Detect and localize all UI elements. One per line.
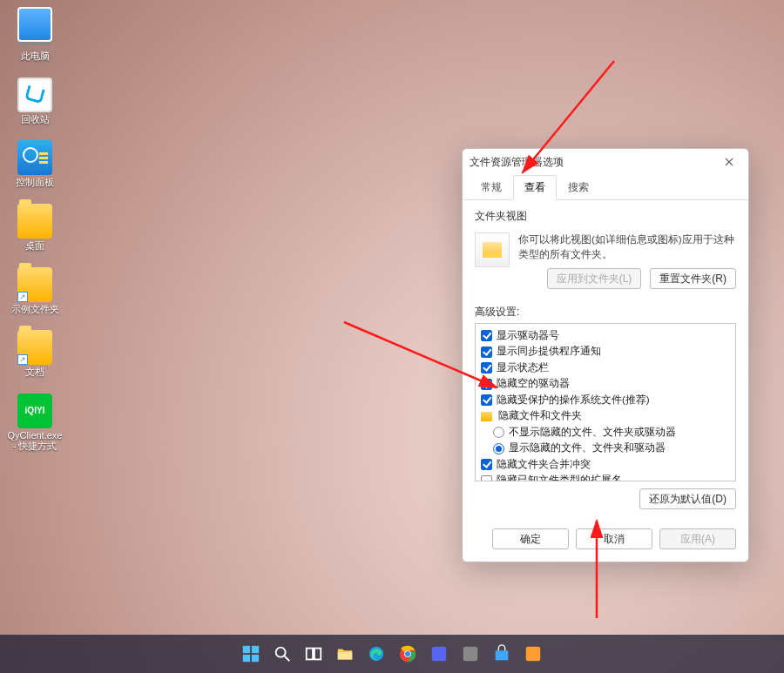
option-label: 显示驱动器号 bbox=[497, 329, 559, 343]
dialog-panel-view: 文件夹视图 你可以将此视图(如详细信息或图标)应用于这种类型的所有文件夹。 应用… bbox=[463, 200, 748, 520]
icon-label: 控制面板 bbox=[16, 177, 54, 188]
folder-views-box: 你可以将此视图(如详细信息或图标)应用于这种类型的所有文件夹。 应用到文件夹(L… bbox=[475, 227, 736, 298]
start-button[interactable] bbox=[240, 643, 262, 665]
dialog-title: 文件资源管理器选项 bbox=[470, 155, 717, 170]
shortcut-badge-icon: ↗ bbox=[17, 292, 28, 302]
desktop-icon-control-panel[interactable]: 控制面板 bbox=[7, 140, 63, 188]
option-label: 显示状态栏 bbox=[497, 361, 549, 375]
dialog-tabs: 常规 查看 搜索 bbox=[463, 175, 748, 200]
ok-button[interactable]: 确定 bbox=[492, 528, 569, 549]
recycle-bin-icon bbox=[17, 77, 52, 112]
radio-show-hidden[interactable] bbox=[493, 443, 504, 454]
svg-rect-16 bbox=[432, 647, 447, 662]
task-view-icon[interactable] bbox=[302, 643, 325, 665]
svg-rect-6 bbox=[252, 655, 259, 662]
desktop-icon-recycle-bin[interactable]: 回收站 bbox=[7, 77, 63, 125]
option-label: 隐藏受保护的操作系统文件(推荐) bbox=[497, 394, 650, 407]
chrome-icon[interactable] bbox=[396, 643, 419, 665]
apply-to-folders-button[interactable]: 应用到文件夹(L) bbox=[547, 268, 642, 289]
svg-rect-11 bbox=[338, 652, 353, 659]
option-label: 显示同步提供程序通知 bbox=[497, 345, 601, 359]
advanced-settings-label: 高级设置: bbox=[475, 305, 736, 320]
checkbox-hide-empty-drives[interactable] bbox=[481, 379, 492, 390]
search-icon[interactable] bbox=[271, 643, 294, 665]
folder-view-icon bbox=[475, 232, 510, 267]
option-group-label: 隐藏文件和文件夹 bbox=[498, 409, 582, 423]
checkbox-sync-notify[interactable] bbox=[481, 347, 492, 358]
tab-search[interactable]: 搜索 bbox=[557, 175, 600, 200]
svg-rect-10 bbox=[314, 649, 321, 660]
advanced-settings-list[interactable]: 显示驱动器号 显示同步提供程序通知 显示状态栏 隐藏空的驱动器 隐藏受保护的操作… bbox=[475, 323, 736, 481]
cancel-button[interactable]: 取消 bbox=[576, 528, 652, 549]
icon-label: QyClient.exe - 快捷方式 bbox=[7, 430, 63, 452]
radio-dont-show-hidden[interactable] bbox=[493, 427, 504, 438]
shortcut-badge-icon: ↗ bbox=[17, 354, 28, 365]
checkbox-hide-known-ext[interactable] bbox=[481, 475, 492, 482]
close-icon[interactable] bbox=[717, 152, 741, 172]
folder-icon: ↗ bbox=[17, 330, 52, 365]
svg-point-15 bbox=[405, 651, 410, 656]
svg-rect-17 bbox=[463, 647, 478, 662]
icon-label: 文档 bbox=[25, 367, 44, 378]
svg-rect-9 bbox=[307, 649, 313, 660]
dialog-footer: 确定 取消 应用(A) bbox=[463, 520, 748, 562]
control-panel-icon bbox=[17, 140, 52, 175]
dialog-titlebar[interactable]: 文件资源管理器选项 bbox=[463, 149, 748, 175]
folder-views-desc: 你可以将此视图(如详细信息或图标)应用于这种类型的所有文件夹。 bbox=[518, 232, 736, 261]
desktop-icon-folder-sample[interactable]: ↗ 示例文件夹 bbox=[7, 267, 63, 315]
iqiyi-icon: iQIYI bbox=[17, 394, 52, 428]
icon-label: 桌面 bbox=[25, 240, 44, 252]
reset-folders-button[interactable]: 重置文件夹(R) bbox=[650, 268, 736, 289]
svg-line-8 bbox=[285, 656, 290, 662]
option-label: 显示隐藏的文件、文件夹和驱动器 bbox=[509, 441, 666, 455]
desktop-icon-folder-desktop[interactable]: 桌面 bbox=[7, 204, 63, 252]
desktop-icon-this-pc[interactable]: 此电脑 bbox=[7, 7, 63, 62]
checkbox-statusbar[interactable] bbox=[481, 362, 492, 374]
edge-icon[interactable] bbox=[365, 643, 388, 665]
folder-icon bbox=[17, 204, 52, 239]
svg-point-7 bbox=[276, 648, 286, 657]
svg-rect-18 bbox=[526, 647, 541, 662]
restore-defaults-button[interactable]: 还原为默认值(D) bbox=[639, 488, 736, 509]
folder-icon: ↗ bbox=[17, 267, 52, 302]
desktop-icon-folder-documents[interactable]: ↗ 文档 bbox=[7, 330, 63, 378]
option-label: 隐藏已知文件类型的扩展名 bbox=[497, 474, 622, 481]
desktop-icon-iqiyi[interactable]: iQIYI QyClient.exe - 快捷方式 bbox=[7, 394, 63, 452]
tab-view[interactable]: 查看 bbox=[513, 175, 557, 200]
store-icon[interactable] bbox=[490, 643, 513, 665]
app-icon-1[interactable] bbox=[428, 643, 450, 665]
app-icon-2[interactable] bbox=[459, 643, 482, 665]
app-icon-3[interactable] bbox=[522, 643, 544, 665]
icon-label: 示例文件夹 bbox=[11, 304, 59, 315]
explorer-icon[interactable] bbox=[334, 643, 356, 665]
option-label: 隐藏空的驱动器 bbox=[497, 377, 570, 391]
tab-general[interactable]: 常规 bbox=[470, 175, 513, 200]
checkbox-hide-protected-os[interactable] bbox=[481, 394, 492, 406]
icon-label: 回收站 bbox=[21, 114, 50, 125]
option-label: 不显示隐藏的文件、文件夹或驱动器 bbox=[509, 426, 676, 440]
apply-button[interactable]: 应用(A) bbox=[659, 528, 736, 549]
taskbar bbox=[0, 635, 784, 673]
checkbox-merge-conflict[interactable] bbox=[481, 459, 492, 470]
folder-options-dialog: 文件资源管理器选项 常规 查看 搜索 文件夹视图 你可以将此视图(如详细信息或图… bbox=[462, 148, 749, 562]
monitor-icon bbox=[17, 7, 52, 42]
folder-views-label: 文件夹视图 bbox=[475, 209, 736, 224]
svg-rect-4 bbox=[252, 646, 259, 653]
folder-icon bbox=[481, 412, 492, 421]
svg-rect-3 bbox=[243, 646, 250, 653]
svg-rect-5 bbox=[243, 655, 250, 662]
icon-label: 此电脑 bbox=[21, 50, 50, 62]
desktop-icons-column: 此电脑 回收站 控制面板 桌面 ↗ 示例文件夹 ↗ 文档 iQIYI QyCli… bbox=[7, 7, 63, 452]
checkbox-drive-letter[interactable] bbox=[481, 330, 492, 341]
option-label: 隐藏文件夹合并冲突 bbox=[497, 458, 591, 472]
